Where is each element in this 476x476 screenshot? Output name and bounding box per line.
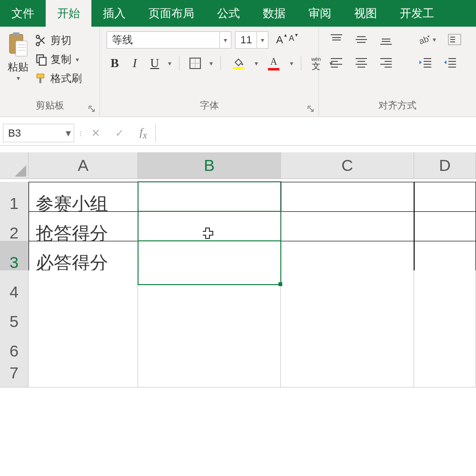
col-header-B[interactable]: B: [138, 152, 281, 179]
cell-C7[interactable]: [281, 359, 414, 387]
font-size-combo[interactable]: 11 ▾: [235, 31, 268, 49]
separator: [301, 56, 301, 70]
increase-indent-icon: [443, 56, 457, 69]
formula-bar: B3 ▾ ⋮ ✕ ✓ fx: [0, 121, 476, 146]
svg-rect-10: [37, 74, 44, 78]
underline-dropdown-icon[interactable]: ▾: [167, 60, 172, 67]
fill-color-swatch: [233, 67, 244, 69]
group-alignment-label: 对齐方式: [319, 97, 476, 117]
fill-color-button[interactable]: [228, 55, 249, 71]
cut-button[interactable]: 剪切: [35, 33, 82, 48]
orientation-button[interactable]: ab ▾: [415, 31, 440, 48]
cell-B7[interactable]: [138, 359, 281, 387]
paste-button[interactable]: 粘贴 ▾: [5, 30, 31, 82]
col-header-A[interactable]: A: [29, 152, 138, 179]
insert-function-button[interactable]: fx: [131, 121, 155, 145]
accept-formula-button[interactable]: ✓: [108, 121, 131, 145]
borders-button[interactable]: [186, 55, 204, 71]
borders-dropdown-icon[interactable]: ▾: [208, 60, 214, 67]
cell-cursor-icon: [203, 227, 216, 240]
font-name-value: 等线: [107, 33, 219, 47]
align-middle-icon: [354, 33, 368, 46]
row-header-7[interactable]: 7: [0, 359, 29, 387]
align-left-button[interactable]: [327, 54, 347, 70]
tab-formulas[interactable]: 公式: [206, 0, 251, 27]
separator: [179, 56, 179, 70]
svg-rect-1: [13, 32, 20, 36]
name-box-value: B3: [8, 127, 21, 139]
orientation-dropdown-icon[interactable]: ▾: [431, 36, 437, 43]
cut-label: 剪切: [50, 33, 71, 48]
copy-dropdown-icon[interactable]: ▾: [74, 56, 80, 63]
clipboard-launcher-icon[interactable]: [88, 104, 96, 112]
tab-home[interactable]: 开始: [46, 0, 91, 27]
select-all-corner[interactable]: [0, 152, 29, 179]
font-color-dropdown-icon[interactable]: ▾: [288, 60, 294, 67]
cell-B3[interactable]: [138, 241, 281, 285]
decrease-font-button[interactable]: A▾: [287, 33, 296, 47]
check-icon: ✓: [115, 127, 124, 139]
tab-data[interactable]: 数据: [251, 0, 297, 27]
cell-D7[interactable]: [414, 359, 476, 387]
svg-rect-9: [40, 58, 46, 65]
borders-icon: [189, 57, 201, 69]
format-painter-icon: [35, 72, 48, 85]
font-launcher-icon[interactable]: [307, 104, 315, 112]
formula-input[interactable]: [155, 124, 476, 142]
font-color-swatch: [268, 68, 279, 70]
font-size-dropdown-icon[interactable]: ▾: [257, 32, 268, 48]
fill-handle[interactable]: [278, 282, 282, 286]
tab-review[interactable]: 审阅: [297, 0, 343, 27]
tab-developer[interactable]: 开发工: [388, 0, 446, 27]
decrease-indent-icon: [418, 56, 432, 69]
divider: ⋮: [77, 121, 84, 145]
separator: [220, 56, 221, 70]
italic-button[interactable]: I: [127, 55, 143, 71]
align-right-icon: [379, 56, 393, 69]
name-box-dropdown-icon[interactable]: ▾: [66, 127, 71, 139]
fill-color-dropdown-icon[interactable]: ▾: [253, 60, 259, 67]
align-center-button[interactable]: [351, 54, 371, 70]
cell-A7[interactable]: [29, 359, 138, 387]
cancel-formula-button[interactable]: ✕: [84, 121, 108, 145]
col-header-C[interactable]: C: [281, 152, 414, 179]
format-painter-button[interactable]: 格式刷: [35, 71, 82, 86]
tab-file[interactable]: 文件: [0, 0, 46, 27]
fx-icon: fx: [139, 126, 147, 141]
group-clipboard: 粘贴 ▾ 剪切 复制 ▾ 格式刷 剪贴板: [0, 27, 100, 117]
svg-text:ab: ab: [418, 34, 430, 46]
underline-button[interactable]: U: [147, 55, 163, 71]
align-bottom-icon: [379, 33, 393, 46]
decrease-indent-button[interactable]: [415, 54, 435, 70]
copy-button[interactable]: 复制 ▾: [35, 52, 82, 67]
group-alignment: ab ▾ 对齐方式: [319, 27, 476, 117]
align-left-icon: [329, 56, 344, 69]
col-header-D[interactable]: D: [414, 152, 476, 179]
align-right-button[interactable]: [376, 54, 396, 70]
paste-dropdown-icon[interactable]: ▾: [15, 74, 21, 82]
align-middle-button[interactable]: [351, 31, 371, 48]
copy-label: 复制: [50, 52, 71, 67]
increase-indent-button[interactable]: [440, 54, 460, 70]
wrap-text-button[interactable]: [445, 31, 465, 48]
font-name-dropdown-icon[interactable]: ▾: [219, 32, 231, 48]
tab-page-layout[interactable]: 页面布局: [137, 0, 206, 27]
bold-button[interactable]: B: [107, 55, 123, 71]
wrap-text-icon: [447, 33, 462, 46]
x-icon: ✕: [91, 127, 100, 139]
group-font: 等线 ▾ 11 ▾ A▴ A▾ B I U ▾: [100, 27, 319, 117]
svg-point-6: [36, 42, 40, 46]
name-box[interactable]: B3 ▾: [3, 124, 74, 142]
tab-view[interactable]: 视图: [343, 0, 388, 27]
align-bottom-button[interactable]: [376, 31, 396, 48]
font-color-button[interactable]: A: [263, 55, 285, 71]
font-name-combo[interactable]: 等线 ▾: [107, 31, 231, 49]
ribbon-tabs: 文件 开始 插入 页面布局 公式 数据 审阅 视图 开发工: [0, 0, 476, 27]
increase-font-button[interactable]: A▴: [274, 33, 285, 47]
align-top-button[interactable]: [327, 31, 347, 48]
spreadsheet-grid: A B C D 1 参赛小组 2 抢答得分 3 必答得分 4 5 6 7: [0, 152, 476, 388]
svg-rect-11: [40, 78, 41, 83]
ribbon: 粘贴 ▾ 剪切 复制 ▾ 格式刷 剪贴板: [0, 27, 476, 117]
svg-rect-2: [16, 41, 27, 56]
tab-insert[interactable]: 插入: [91, 0, 137, 27]
